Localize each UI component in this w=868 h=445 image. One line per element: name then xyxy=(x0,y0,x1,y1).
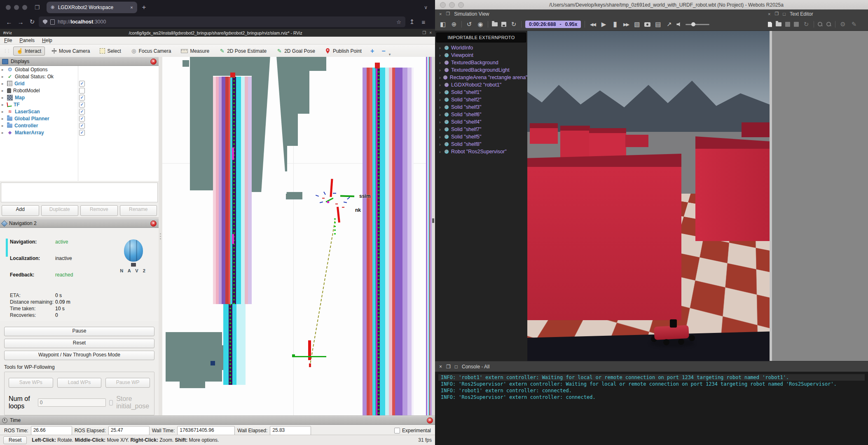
displays-close-button[interactable]: ✕ xyxy=(150,59,157,65)
fast-forward-icon[interactable]: ▶▶ xyxy=(622,21,629,28)
menu-hamburger-icon[interactable]: ≡ xyxy=(419,19,428,26)
display-row-laserscan[interactable]: ▸ LaserScan✓ xyxy=(0,108,159,115)
render-eye-icon[interactable]: ◉ xyxy=(477,21,484,28)
expand-arrow-icon[interactable]: ▸ xyxy=(2,103,5,107)
bookmark-star-icon[interactable]: ☆ xyxy=(396,19,401,25)
slam-map-canvas[interactable]: ssim nk xyxy=(162,57,432,415)
tab-container-icon[interactable]: ❐ xyxy=(35,4,40,11)
display-row-map[interactable]: ▸ Map✓ xyxy=(0,94,159,101)
pause-icon[interactable]: ▐▌ xyxy=(611,21,618,28)
time-panel-header[interactable]: Time ✕ xyxy=(0,416,435,425)
step-icon[interactable]: ▶ xyxy=(600,21,607,28)
experimental-checkbox[interactable] xyxy=(394,428,400,433)
shield-icon[interactable] xyxy=(43,19,47,24)
reset-button[interactable]: Reset xyxy=(3,436,27,444)
store-initial-pose-checkbox[interactable] xyxy=(109,400,113,405)
save-wps-button[interactable]: Save WPs xyxy=(9,378,53,388)
expand-arrow-icon[interactable]: ▸ xyxy=(2,68,5,72)
expand-arrow-icon[interactable]: ▸ xyxy=(2,89,5,93)
display-row-markerarray[interactable]: ▸ MarkerArray✓ xyxy=(0,129,159,136)
preferences-gear-icon[interactable]: ⚙ xyxy=(839,21,847,28)
tool-measure[interactable]: Measure xyxy=(177,47,213,56)
expand-arrow-icon[interactable]: ▸ xyxy=(2,82,5,86)
expand-arrow-icon[interactable]: › xyxy=(439,105,442,110)
expand-arrow-icon[interactable]: › xyxy=(439,119,442,124)
console-line[interactable]: INFO: 'robot1' extern controller: connec… xyxy=(438,387,865,394)
add-node-icon[interactable]: ⊕ xyxy=(450,21,458,28)
window-zoom-button[interactable] xyxy=(458,2,464,8)
ros-elapsed--value[interactable]: 25.47 xyxy=(108,426,150,435)
reset-button[interactable]: Reset xyxy=(4,339,154,348)
load-wps-button[interactable]: Load WPs xyxy=(57,378,102,388)
remove-tool-button[interactable]: − xyxy=(379,47,388,55)
rename-button[interactable]: Rename xyxy=(120,205,157,216)
expand-arrow-icon[interactable]: › xyxy=(439,127,442,132)
display-enabled-checkbox[interactable]: ✓ xyxy=(79,116,85,122)
close-icon[interactable]: × xyxy=(768,12,770,16)
scene-node-solid-shelf3-[interactable]: › Solid "shelf3" xyxy=(435,103,527,111)
volume-slider[interactable] xyxy=(686,24,709,25)
reload-button[interactable]: ↻ xyxy=(27,18,37,26)
rewind-icon[interactable]: ◀◀ xyxy=(589,21,596,28)
console-line[interactable]: INFO: 'robot1' extern controller: Waitin… xyxy=(438,374,865,381)
slider-knob[interactable] xyxy=(691,22,695,26)
share-icon[interactable]: ↥ xyxy=(407,18,417,26)
display-enabled-checkbox[interactable] xyxy=(79,88,85,94)
toggle-scene-tree-icon[interactable]: ◧ xyxy=(439,21,447,28)
tool-move-camera[interactable]: Move Camera xyxy=(47,47,94,56)
float-panel-icon[interactable]: ❐ xyxy=(446,11,450,16)
float-panel-icon[interactable]: ❐ xyxy=(774,11,779,16)
page-info-icon[interactable] xyxy=(50,19,55,25)
expand-arrow-icon[interactable]: ▸ xyxy=(2,117,5,121)
tool-2d-goal-pose[interactable]: ✎2D Goal Pose xyxy=(273,47,319,56)
view-edge-strip[interactable] xyxy=(432,57,435,415)
console-line[interactable]: INFO: 'Ros2Supervisor' extern controller… xyxy=(438,381,865,387)
num-loops-input[interactable] xyxy=(38,398,106,407)
expand-arrow-icon[interactable]: ▸ xyxy=(2,110,5,114)
displays-panel-header[interactable]: Displays ✕ xyxy=(0,57,159,66)
scene-node-viewpoint[interactable]: › Viewpoint xyxy=(435,52,527,59)
expand-arrow-icon[interactable]: › xyxy=(439,53,442,58)
replace-icon[interactable] xyxy=(826,22,831,27)
screenshot-icon[interactable] xyxy=(644,22,650,27)
new-tab-button[interactable]: + xyxy=(142,3,146,12)
navigation2-panel-header[interactable]: Navigation 2 ✕ xyxy=(0,219,159,228)
window-close-button[interactable] xyxy=(440,2,446,8)
expand-arrow-icon[interactable]: › xyxy=(439,82,442,87)
wall-time--value[interactable]: 1763671405.96 xyxy=(177,426,235,435)
new-file-icon[interactable] xyxy=(768,22,772,27)
expand-arrow-icon[interactable]: › xyxy=(439,112,442,117)
rendering-icon[interactable]: ▧ xyxy=(633,21,641,28)
remove-button[interactable]: Remove xyxy=(80,205,118,216)
menu-file[interactable]: File xyxy=(4,37,12,43)
window-zoom-button[interactable] xyxy=(22,5,27,10)
open-file-icon[interactable] xyxy=(776,22,781,26)
scene-node-solid-shelf7-[interactable]: › Solid "shelf7" xyxy=(435,126,527,133)
scene-node-texturedbackgroundlight[interactable]: › TexturedBackgroundLight xyxy=(435,66,527,74)
display-row-global-options[interactable]: ▸ Global Options xyxy=(0,66,159,73)
tab-close-icon[interactable]: × xyxy=(130,5,133,10)
expand-arrow-icon[interactable]: › xyxy=(439,134,442,139)
display-row-grid[interactable]: ▸ Grid✓ xyxy=(0,80,159,87)
close-icon[interactable]: × xyxy=(439,364,442,370)
add-tool-button[interactable]: + xyxy=(368,47,377,55)
console-output[interactable]: INFO: 'robot1' extern controller: Waitin… xyxy=(435,372,868,403)
terminal-icon[interactable]: ▤ xyxy=(654,21,662,28)
expand-arrow-icon[interactable]: ▸ xyxy=(2,96,5,100)
display-row-global-status-ok[interactable]: ▸ Global Status: Ok xyxy=(0,73,159,80)
tool-select[interactable]: Select xyxy=(96,47,124,56)
display-property-pane[interactable] xyxy=(1,183,158,202)
float-panel-icon[interactable]: ❐ xyxy=(446,364,451,370)
find-icon[interactable] xyxy=(818,22,823,27)
display-enabled-checkbox[interactable]: ✓ xyxy=(79,109,85,115)
expand-arrow-icon[interactable]: › xyxy=(439,97,442,102)
rviz-restore-icon[interactable]: ❐ xyxy=(422,30,426,35)
scene-node-solid-shelf6-[interactable]: › Solid "shelf6" xyxy=(435,111,527,118)
ros-time--value[interactable]: 26.66 xyxy=(31,426,72,435)
reload-world-icon[interactable]: ↻ xyxy=(510,21,517,28)
scene-node-rectanglearena-rectangle-arena-[interactable]: › RectangleArena "rectangle arena" xyxy=(435,74,527,81)
save-as-icon[interactable] xyxy=(794,22,799,27)
scene-node-texturedbackground[interactable]: › TexturedBackground xyxy=(435,59,527,66)
close-icon[interactable]: × xyxy=(439,12,442,16)
display-row-global-planner[interactable]: ▸ Global Planner✓ xyxy=(0,115,159,122)
